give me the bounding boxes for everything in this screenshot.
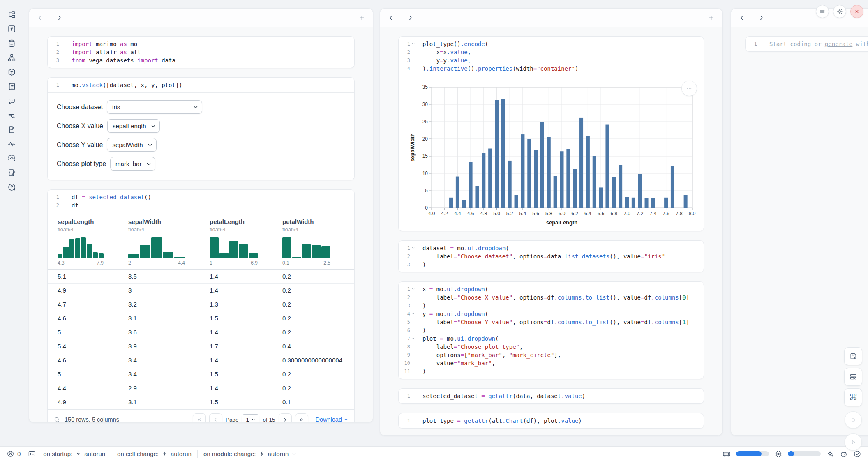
chart-container[interactable]: 4.04.24.44.64.85.05.25.45.65.86.06.26.46… bbox=[409, 81, 704, 229]
page-select[interactable]: 1 bbox=[242, 414, 259, 422]
code-line[interactable]: df = selected_dataset() bbox=[72, 193, 354, 201]
terminal-button[interactable] bbox=[28, 450, 36, 458]
fold-chevron-icon[interactable] bbox=[411, 42, 415, 46]
column-header-petalLength[interactable]: petalLengthfloat6416.9 bbox=[205, 213, 277, 269]
code-line[interactable]: df bbox=[72, 201, 354, 210]
packages-icon[interactable] bbox=[7, 68, 16, 76]
code-line[interactable]: ) bbox=[422, 367, 704, 376]
code-line[interactable]: ).interactive().properties(width="contai… bbox=[422, 65, 704, 73]
run-all-button[interactable] bbox=[845, 433, 862, 451]
table-row[interactable]: 53.61.40.2setosa bbox=[48, 325, 354, 339]
table-row[interactable]: 53.41.50.2setosa bbox=[48, 367, 354, 381]
code-line[interactable]: mo.vstack([dataset, x, y, plot]) bbox=[72, 81, 354, 89]
run-mode-2[interactable]: on module change:autorun bbox=[203, 450, 297, 457]
code-line[interactable]: options=["mark_bar", "mark_circle"], bbox=[422, 351, 704, 359]
chart-menu-button[interactable] bbox=[681, 81, 697, 96]
choose-x-value-select[interactable]: sepalLength bbox=[107, 119, 160, 133]
variables-icon[interactable] bbox=[7, 25, 16, 33]
run-mode-0[interactable]: on startup:autorun bbox=[43, 450, 105, 457]
cell-dataframe[interactable]: 12df = selected_dataset()dfsepalLengthfl… bbox=[47, 189, 355, 422]
run-mode-1[interactable]: on cell change:autorun bbox=[117, 450, 192, 457]
scratchpad-icon[interactable] bbox=[7, 168, 16, 177]
download-button[interactable]: Download bbox=[316, 416, 349, 422]
file-explorer-icon[interactable] bbox=[7, 10, 16, 19]
column-header-petalWidth[interactable]: petalWidthfloat640.12.5 bbox=[277, 213, 350, 269]
ai-chat-icon[interactable] bbox=[7, 97, 16, 105]
code-line[interactable]: plot_type = getattr(alt.Chart(df), plot.… bbox=[422, 417, 704, 425]
keyboard-shortcuts-button[interactable]: ⌘ bbox=[844, 388, 862, 406]
choose-y-value-select[interactable]: sepalWidth bbox=[107, 138, 157, 152]
notebook-menu-button[interactable] bbox=[816, 5, 829, 18]
outline-icon[interactable] bbox=[7, 82, 16, 91]
table-row[interactable]: 4.93.11.50.1setosa bbox=[48, 395, 354, 409]
generate-with-ai-link[interactable]: generate bbox=[825, 41, 852, 47]
last-page-button[interactable] bbox=[295, 413, 308, 422]
code-line[interactable]: plot = mo.ui.dropdown( bbox=[422, 334, 704, 343]
code-line[interactable]: value="mark_bar", bbox=[422, 359, 704, 367]
table-row[interactable]: 4.73.21.30.2setosa bbox=[48, 297, 354, 311]
fold-chevron-icon[interactable] bbox=[411, 337, 415, 340]
code-line[interactable]: dataset = mo.ui.dropdown( bbox=[422, 244, 704, 252]
logs-icon[interactable] bbox=[7, 111, 16, 120]
code-line[interactable]: x=x.value, bbox=[422, 48, 704, 56]
table-row[interactable]: 4.63.11.50.2setosa bbox=[48, 311, 354, 325]
choose-plot-type-select[interactable]: mark_bar bbox=[110, 157, 155, 171]
first-page-button[interactable] bbox=[193, 413, 206, 422]
table-row[interactable]: 4.931.40.2setosa bbox=[48, 284, 354, 297]
cell-selected-dataset[interactable]: 1selected_dataset = getattr(data, datase… bbox=[398, 388, 704, 404]
data-sources-icon[interactable] bbox=[7, 39, 16, 48]
column-header-sepalWidth[interactable]: sepalWidthfloat6424.4 bbox=[123, 213, 205, 269]
code-line[interactable]: y = mo.ui.dropdown( bbox=[422, 310, 704, 318]
table-row[interactable]: 4.63.41.40.3000000000000004setosa bbox=[48, 353, 354, 367]
cell-plot-type[interactable]: 1plot_type = getattr(alt.Chart(df), plot… bbox=[398, 413, 704, 429]
code-line[interactable]: label="Choose plot type", bbox=[422, 343, 704, 351]
cell-plot[interactable]: 1234plot_type().encode( x=x.value, y=y.v… bbox=[398, 36, 704, 231]
layout-toggle-button[interactable] bbox=[844, 368, 862, 386]
interrupt-button[interactable] bbox=[845, 411, 862, 429]
code-line[interactable]: plot_type().encode( bbox=[422, 40, 704, 48]
code-line[interactable]: from vega_datasets import data bbox=[72, 56, 354, 65]
code-line[interactable]: ) bbox=[422, 302, 704, 310]
cell-dataset-dropdown[interactable]: 123dataset = mo.ui.dropdown( label="Choo… bbox=[398, 240, 704, 272]
code-line[interactable]: label="Choose dataset", options=data.lis… bbox=[422, 252, 704, 260]
snippets-icon[interactable] bbox=[7, 154, 16, 163]
table-row[interactable]: 5.43.91.70.4setosa bbox=[48, 339, 354, 353]
documentation-icon[interactable] bbox=[7, 125, 16, 134]
back-icon[interactable] bbox=[739, 14, 746, 21]
code-line[interactable]: label="Choose Y value", options=df.colum… bbox=[422, 318, 704, 326]
table-row[interactable]: 5.13.51.40.2setosa bbox=[48, 270, 354, 284]
code-line[interactable]: ) bbox=[422, 326, 704, 334]
code-line[interactable]: label="Choose X value", options=df.colum… bbox=[422, 293, 704, 302]
forward-icon[interactable] bbox=[56, 14, 63, 21]
column-header-species[interactable]: speciesobjectunique:nulls: bbox=[350, 213, 354, 269]
prev-page-button[interactable] bbox=[209, 413, 222, 422]
next-page-button[interactable] bbox=[279, 413, 292, 422]
tracing-icon[interactable] bbox=[7, 140, 16, 148]
cell-imports[interactable]: 123import marimo as moimport altair as a… bbox=[47, 36, 355, 68]
forward-icon[interactable] bbox=[758, 14, 765, 21]
connection-status-icon[interactable] bbox=[853, 450, 861, 458]
cpu-usage-meter[interactable] bbox=[788, 451, 821, 456]
add-column-icon[interactable] bbox=[708, 14, 715, 21]
error-indicator[interactable]: 0 bbox=[7, 450, 21, 458]
fold-chevron-icon[interactable] bbox=[411, 287, 415, 291]
help-icon[interactable] bbox=[7, 183, 16, 191]
code-line[interactable]: selected_dataset = getattr(data, dataset… bbox=[422, 392, 704, 400]
back-icon[interactable] bbox=[37, 14, 44, 21]
choose-dataset-select[interactable]: iris bbox=[107, 100, 202, 114]
save-button[interactable] bbox=[844, 347, 862, 365]
code-line[interactable]: import altair as alt bbox=[72, 48, 354, 56]
ai-assistant-button[interactable] bbox=[840, 450, 848, 458]
fold-chevron-icon[interactable] bbox=[411, 246, 415, 250]
cell-vstack[interactable]: 1mo.vstack([dataset, x, y, plot])Choose … bbox=[47, 77, 355, 180]
column-header-sepalLength[interactable]: sepalLengthfloat644.37.9 bbox=[48, 213, 123, 269]
forward-icon[interactable] bbox=[407, 14, 414, 21]
ram-usage-meter[interactable] bbox=[736, 451, 769, 456]
search-icon[interactable] bbox=[53, 416, 60, 423]
fold-chevron-icon[interactable] bbox=[411, 312, 415, 316]
settings-button[interactable] bbox=[833, 5, 846, 18]
code-line[interactable]: ) bbox=[422, 260, 704, 269]
empty-cell[interactable]: 1 Start coding or generate with bbox=[745, 36, 868, 52]
shutdown-button[interactable] bbox=[850, 5, 863, 18]
ai-sparkles-button[interactable] bbox=[826, 450, 834, 458]
